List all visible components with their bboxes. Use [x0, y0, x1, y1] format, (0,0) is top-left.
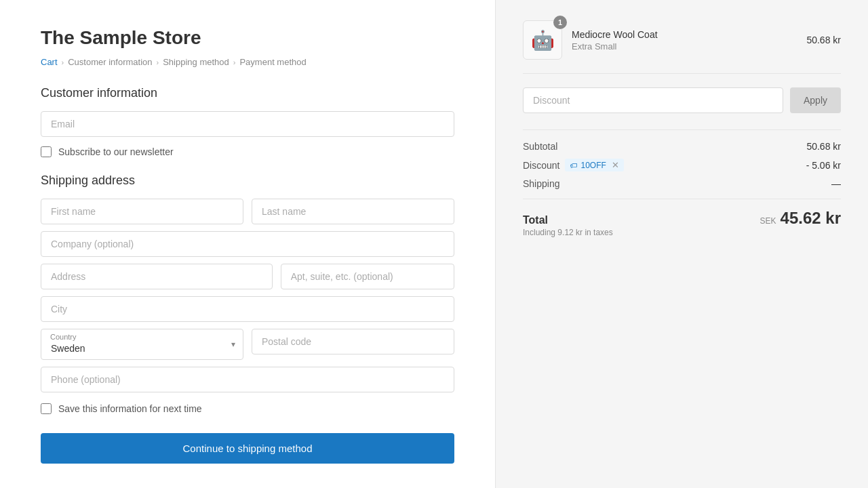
breadcrumb: Cart › Customer information › Shipping m… — [41, 57, 454, 67]
save-info-checkbox[interactable] — [41, 403, 52, 414]
discount-amount: - 5.06 kr — [806, 160, 841, 171]
product-image-wrapper: 1 🤖 — [523, 20, 562, 60]
discount-totals-row: Discount 🏷 10OFF ✕ - 5.06 kr — [523, 159, 841, 171]
total-price-section: SEK 45.62 kr — [760, 209, 841, 228]
discount-row: Apply — [523, 87, 841, 113]
discount-remove-icon[interactable]: ✕ — [612, 160, 619, 170]
first-name-field[interactable] — [41, 199, 243, 224]
breadcrumb-payment-method: Payment method — [239, 57, 306, 67]
right-panel: 1 🤖 Mediocre Wool Coat Extra Small 50.68… — [495, 0, 868, 488]
shipping-address-title: Shipping address — [41, 174, 454, 188]
discount-tag: 🏷 10OFF ✕ — [565, 159, 623, 171]
email-field[interactable] — [41, 111, 454, 137]
breadcrumb-cart[interactable]: Cart — [41, 57, 58, 67]
last-name-field[interactable] — [252, 199, 454, 224]
total-row: Total Including 9.12 kr in taxes SEK 45.… — [523, 199, 841, 237]
apply-discount-button[interactable]: Apply — [790, 87, 841, 113]
product-name: Mediocre Wool Coat — [572, 29, 797, 40]
subtotal-label: Subtotal — [523, 141, 557, 152]
phone-field[interactable] — [41, 367, 454, 392]
breadcrumb-sep-3: › — [233, 58, 236, 66]
newsletter-label: Subscribe to our newsletter — [58, 146, 174, 157]
left-panel: The Sample Store Cart › Customer informa… — [0, 0, 495, 488]
shipping-value: — — [831, 178, 841, 189]
postal-code-field[interactable] — [252, 329, 454, 354]
store-title: The Sample Store — [41, 27, 454, 49]
save-info-label: Save this information for next time — [58, 403, 202, 414]
total-tax: Including 9.12 kr in taxes — [523, 228, 613, 237]
product-quantity-badge: 1 — [553, 16, 567, 29]
company-field[interactable] — [41, 231, 454, 257]
breadcrumb-customer-info: Customer information — [68, 57, 152, 67]
customer-info-title: Customer information — [41, 86, 454, 100]
product-row: 1 🤖 Mediocre Wool Coat Extra Small 50.68… — [523, 20, 841, 74]
breadcrumb-shipping-method: Shipping method — [163, 57, 229, 67]
total-label: Total — [523, 214, 613, 226]
product-info: Mediocre Wool Coat Extra Small — [572, 29, 797, 52]
newsletter-checkbox[interactable] — [41, 146, 52, 157]
total-currency: SEK — [760, 216, 776, 226]
shipping-row: Shipping — — [523, 178, 841, 189]
breadcrumb-sep-2: › — [157, 58, 159, 66]
totals-section: Subtotal 50.68 kr Discount 🏷 10OFF ✕ - 5… — [523, 129, 841, 237]
breadcrumb-sep-1: › — [62, 58, 64, 66]
discount-label-row: Discount 🏷 10OFF ✕ — [523, 159, 624, 171]
subtotal-value: 50.68 kr — [806, 141, 841, 152]
product-price: 50.68 kr — [806, 35, 841, 45]
subtotal-row: Subtotal 50.68 kr — [523, 141, 841, 152]
total-amount: 45.62 kr — [781, 209, 841, 228]
discount-input[interactable] — [523, 87, 783, 113]
country-select-wrapper: Country Sweden Norway Denmark Finland ▾ — [41, 329, 243, 360]
address-field[interactable] — [41, 264, 273, 289]
product-image-icon: 🤖 — [531, 29, 555, 52]
city-field[interactable] — [41, 296, 454, 322]
discount-row-label: Discount — [523, 160, 559, 171]
shipping-label: Shipping — [523, 178, 560, 189]
discount-code: 10OFF — [580, 161, 606, 170]
product-variant: Extra Small — [572, 41, 797, 52]
country-label: Country — [50, 333, 77, 341]
apt-field[interactable] — [281, 264, 454, 289]
continue-button[interactable]: Continue to shipping method — [41, 433, 454, 464]
